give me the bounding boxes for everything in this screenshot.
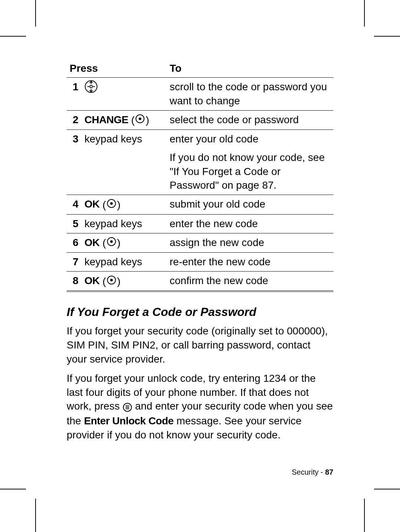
step-number: 8 bbox=[67, 271, 81, 291]
step-press: keypad keys bbox=[81, 214, 167, 233]
step-to: enter your old code bbox=[167, 130, 333, 148]
softkey-label: CHANGE bbox=[84, 114, 128, 125]
softkey-label: OK bbox=[84, 237, 100, 248]
softkey-label: OK bbox=[84, 275, 100, 286]
step-number: 7 bbox=[67, 253, 81, 272]
step-press: OK () bbox=[81, 195, 167, 215]
table-row: 8 OK () confirm the new code bbox=[67, 271, 333, 291]
step-number: 3 bbox=[67, 130, 81, 148]
table-row: 2 CHANGE () select the code or password bbox=[67, 110, 333, 130]
ui-message-label: Enter Unlock Code bbox=[84, 415, 174, 427]
step-press bbox=[81, 78, 167, 111]
table-row: 1 scro bbox=[67, 78, 333, 111]
step-press: OK () bbox=[81, 271, 167, 291]
table-row: 7 keypad keys re-enter the new code bbox=[67, 253, 333, 272]
table-row: 5 keypad keys enter the new code bbox=[67, 214, 333, 233]
footer-section: Security bbox=[292, 468, 319, 476]
step-to: scroll to the code or password you want … bbox=[167, 78, 333, 111]
svg-point-13 bbox=[110, 279, 113, 281]
table-row: 4 OK () submit your old code bbox=[67, 195, 333, 215]
steps-table: Press To 1 bbox=[67, 61, 333, 292]
center-key-icon bbox=[107, 275, 116, 289]
menu-key-icon bbox=[123, 400, 132, 414]
page-number: 87 bbox=[325, 468, 333, 476]
nav-key-icon bbox=[84, 80, 98, 97]
step-number bbox=[67, 148, 81, 195]
step-to: assign the new code bbox=[167, 233, 333, 253]
step-number: 2 bbox=[67, 110, 81, 130]
step-press: OK () bbox=[81, 233, 167, 253]
step-to: submit your old code bbox=[167, 195, 333, 215]
step-to: enter the new code bbox=[167, 214, 333, 233]
table-row: 3 keypad keys enter your old code bbox=[67, 130, 333, 148]
step-number: 5 bbox=[67, 214, 81, 233]
page-content: Press To 1 bbox=[67, 61, 333, 447]
section-heading: If You Forget a Code or Password bbox=[67, 305, 333, 319]
center-key-icon bbox=[135, 113, 145, 127]
center-key-icon bbox=[107, 198, 116, 212]
step-press: CHANGE () bbox=[81, 110, 167, 130]
step-press: keypad keys bbox=[81, 253, 167, 272]
footer-sep: - bbox=[319, 468, 325, 476]
step-number: 4 bbox=[67, 195, 81, 215]
step-number: 6 bbox=[67, 233, 81, 253]
step-to: re-enter the new code bbox=[167, 253, 333, 272]
center-key-icon bbox=[107, 236, 116, 250]
body-paragraph: If you forget your security code (origin… bbox=[67, 324, 333, 366]
col-header-to: To bbox=[167, 61, 333, 78]
table-row: 6 OK () assign the new code bbox=[67, 233, 333, 253]
table-row: If you do not know your code, see "If Yo… bbox=[67, 148, 333, 195]
step-to: select the code or password bbox=[167, 110, 333, 130]
page-footer: Security - 87 bbox=[292, 468, 333, 477]
step-press bbox=[81, 148, 167, 195]
step-number: 1 bbox=[67, 78, 81, 111]
step-press: keypad keys bbox=[81, 130, 167, 148]
col-header-press: Press bbox=[67, 61, 167, 78]
svg-point-7 bbox=[139, 118, 141, 120]
softkey-label: OK bbox=[84, 198, 100, 210]
step-to: confirm the new code bbox=[167, 271, 333, 291]
svg-point-9 bbox=[110, 202, 113, 205]
body-paragraph: If you forget your unlock code, try ente… bbox=[67, 371, 333, 442]
svg-point-11 bbox=[110, 240, 113, 243]
step-to: If you do not know your code, see "If Yo… bbox=[167, 148, 333, 195]
svg-point-1 bbox=[90, 85, 93, 88]
